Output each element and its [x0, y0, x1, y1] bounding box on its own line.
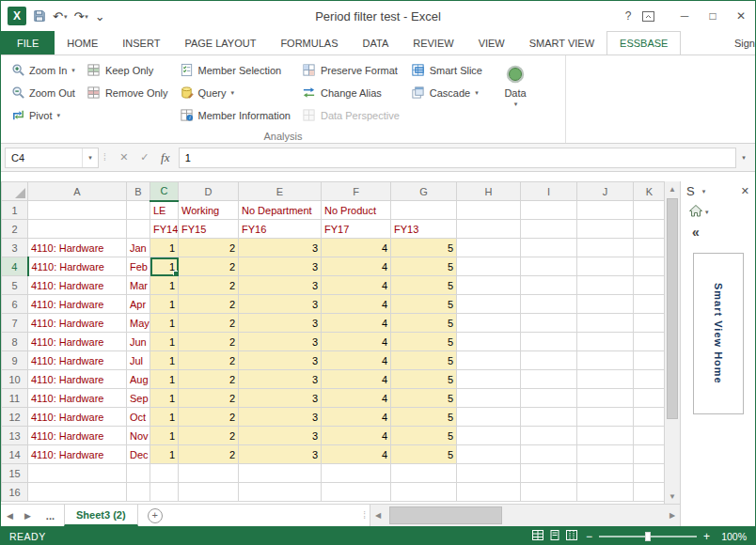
- cell-C10[interactable]: 1: [150, 370, 179, 389]
- undo-button[interactable]: ↶▾: [53, 10, 67, 23]
- cell-C5[interactable]: 1: [150, 276, 179, 295]
- cell-F8[interactable]: 4: [322, 333, 391, 351]
- cell-G10[interactable]: 5: [391, 370, 457, 389]
- cell-J11[interactable]: [577, 389, 634, 408]
- cell-F16[interactable]: [322, 483, 391, 502]
- cell-H16[interactable]: [457, 483, 521, 502]
- member-information-button[interactable]: i Member Information: [178, 105, 292, 125]
- cell-H2[interactable]: [457, 220, 521, 239]
- tab-insert[interactable]: INSERT: [110, 31, 172, 54]
- cell-I15[interactable]: [521, 464, 577, 483]
- cell-I9[interactable]: [521, 351, 577, 370]
- row-header-8[interactable]: 8: [2, 333, 28, 351]
- row-header-5[interactable]: 5: [2, 276, 28, 295]
- cell-G9[interactable]: 5: [391, 351, 457, 370]
- cell-E6[interactable]: 3: [239, 295, 322, 314]
- cell-J13[interactable]: [577, 427, 634, 445]
- ribbon-display-options-button[interactable]: [642, 8, 670, 25]
- cell-E8[interactable]: 3: [239, 333, 322, 351]
- cell-K1[interactable]: [634, 201, 665, 220]
- cell-I12[interactable]: [521, 408, 577, 427]
- cell-C3[interactable]: 1: [150, 239, 179, 257]
- cell-A4[interactable]: 4110: Hardware: [28, 257, 127, 276]
- cell-F5[interactable]: 4: [322, 276, 391, 295]
- cell-D14[interactable]: 2: [179, 445, 239, 464]
- row-header-16[interactable]: 16: [2, 483, 28, 502]
- cell-E10[interactable]: 3: [239, 370, 322, 389]
- horizontal-scroll-thumb[interactable]: [389, 506, 502, 524]
- cell-I7[interactable]: [521, 314, 577, 333]
- cell-K9[interactable]: [634, 351, 665, 370]
- cell-G11[interactable]: 5: [391, 389, 457, 408]
- cell-A14[interactable]: 4110: Hardware: [28, 445, 127, 464]
- cell-F3[interactable]: 4: [322, 239, 391, 257]
- cell-G13[interactable]: 5: [391, 427, 457, 445]
- row-header-13[interactable]: 13: [2, 427, 28, 445]
- name-box[interactable]: C4 ▾: [5, 148, 99, 168]
- cell-K5[interactable]: [634, 276, 665, 295]
- cell-K12[interactable]: [634, 408, 665, 427]
- cell-D2[interactable]: FY15: [179, 220, 239, 239]
- redo-button[interactable]: ↷▾: [73, 10, 87, 23]
- cell-J3[interactable]: [577, 239, 634, 257]
- cell-J1[interactable]: [577, 201, 634, 220]
- column-header-G[interactable]: G: [391, 182, 457, 201]
- cell-D13[interactable]: 2: [179, 427, 239, 445]
- member-selection-button[interactable]: Member Selection: [178, 60, 292, 80]
- cell-B5[interactable]: Mar: [127, 276, 150, 295]
- tab-smart-view[interactable]: SMART VIEW: [517, 31, 606, 54]
- cell-D11[interactable]: 2: [179, 389, 239, 408]
- cell-B14[interactable]: Dec: [127, 445, 150, 464]
- cell-C16[interactable]: [150, 483, 179, 502]
- column-header-D[interactable]: D: [179, 182, 239, 201]
- cell-A7[interactable]: 4110: Hardware: [28, 314, 127, 333]
- cell-H11[interactable]: [457, 389, 521, 408]
- pivot-button[interactable]: Pivot ▾: [8, 105, 77, 125]
- cell-F11[interactable]: 4: [322, 389, 391, 408]
- cell-J12[interactable]: [577, 408, 634, 427]
- add-sheet-button[interactable]: +: [148, 508, 163, 523]
- cell-G4[interactable]: 5: [391, 257, 457, 276]
- column-header-A[interactable]: A: [28, 182, 127, 201]
- cell-I6[interactable]: [521, 295, 577, 314]
- cell-K4[interactable]: [634, 257, 665, 276]
- cell-C12[interactable]: 1: [150, 408, 179, 427]
- cell-K3[interactable]: [634, 239, 665, 257]
- cell-E5[interactable]: 3: [239, 276, 322, 295]
- row-header-3[interactable]: 3: [2, 239, 28, 257]
- cell-K13[interactable]: [634, 427, 665, 445]
- cell-A8[interactable]: 4110: Hardware: [28, 333, 127, 351]
- cell-E3[interactable]: 3: [239, 239, 322, 257]
- cell-J7[interactable]: [577, 314, 634, 333]
- cell-D16[interactable]: [179, 483, 239, 502]
- tab-view[interactable]: VIEW: [466, 31, 517, 54]
- cell-G14[interactable]: 5: [391, 445, 457, 464]
- cell-B10[interactable]: Aug: [127, 370, 150, 389]
- cell-G15[interactable]: [391, 464, 457, 483]
- cell-F12[interactable]: 4: [322, 408, 391, 427]
- sheet-tabs-overflow[interactable]: ...: [37, 510, 64, 522]
- cell-F14[interactable]: 4: [322, 445, 391, 464]
- change-alias-button[interactable]: Change Alias: [300, 83, 402, 102]
- cell-J14[interactable]: [577, 445, 634, 464]
- cell-K14[interactable]: [634, 445, 665, 464]
- cell-E7[interactable]: 3: [239, 314, 322, 333]
- cell-A13[interactable]: 4110: Hardware: [28, 427, 127, 445]
- row-header-9[interactable]: 9: [2, 351, 28, 370]
- cell-J16[interactable]: [577, 483, 634, 502]
- column-header-J[interactable]: J: [577, 182, 634, 201]
- normal-view-icon[interactable]: [532, 530, 543, 542]
- cell-E1[interactable]: No Department: [239, 201, 322, 220]
- zoom-out-button[interactable]: Zoom Out: [8, 83, 77, 102]
- collapse-pane-button[interactable]: «: [681, 221, 755, 240]
- cell-E13[interactable]: 3: [239, 427, 322, 445]
- cell-H7[interactable]: [457, 314, 521, 333]
- cell-F1[interactable]: No Product: [322, 201, 391, 220]
- cell-I10[interactable]: [521, 370, 577, 389]
- enter-formula-button[interactable]: ✓: [135, 151, 154, 164]
- cell-A6[interactable]: 4110: Hardware: [28, 295, 127, 314]
- cell-D6[interactable]: 2: [179, 295, 239, 314]
- zoom-level[interactable]: 100%: [718, 531, 747, 542]
- cell-D8[interactable]: 2: [179, 333, 239, 351]
- cell-K8[interactable]: [634, 333, 665, 351]
